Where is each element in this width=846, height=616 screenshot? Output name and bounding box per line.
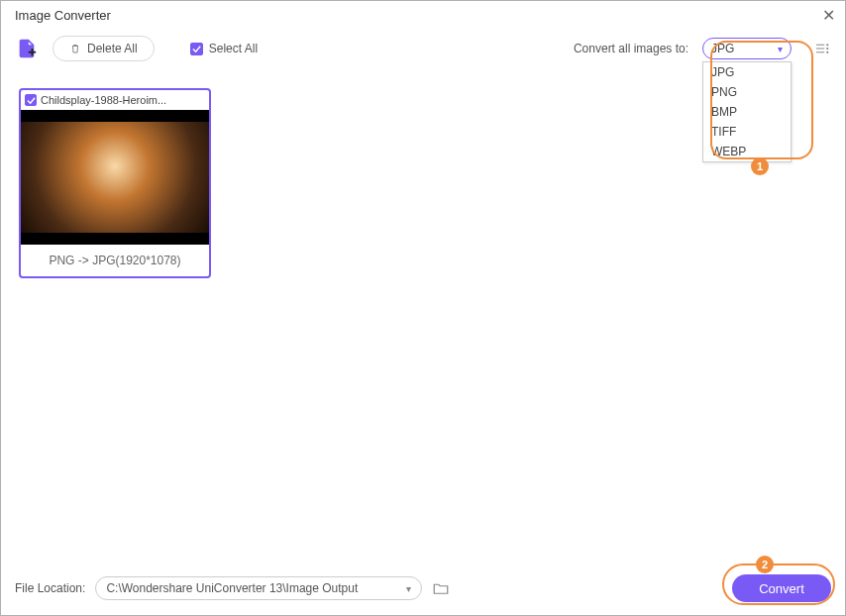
trash-icon (69, 43, 81, 54)
close-icon[interactable]: ✕ (822, 6, 835, 25)
chevron-down-icon: ▾ (778, 44, 783, 54)
output-path-value: C:\Wondershare UniConverter 13\Image Out… (106, 581, 358, 595)
format-dropdown: JPGPNGBMPTIFFWEBP (702, 61, 792, 162)
format-option-bmp[interactable]: BMP (703, 102, 791, 122)
svg-rect-1 (32, 49, 34, 55)
format-option-png[interactable]: PNG (703, 82, 791, 102)
window-title: Image Converter (15, 8, 111, 23)
image-thumbnail[interactable]: Childsplay-1988-Heroim... PNG -> JPG(192… (19, 88, 211, 278)
select-all-label: Select All (209, 42, 258, 55)
chevron-down-icon: ▾ (406, 583, 411, 594)
delete-all-label: Delete All (87, 42, 138, 55)
format-selected-value: JPG (711, 42, 734, 55)
thumbnail-preview (21, 110, 209, 245)
checkbox-checked-icon (25, 94, 37, 106)
convert-button[interactable]: Convert (732, 574, 831, 602)
checkbox-checked-icon (190, 43, 203, 55)
annotation-badge-1: 1 (751, 157, 769, 175)
convert-to-label: Convert all images to: (574, 42, 688, 55)
file-location-label: File Location: (15, 581, 85, 595)
settings-icon[interactable] (813, 40, 831, 57)
output-path-select[interactable]: C:\Wondershare UniConverter 13\Image Out… (95, 576, 422, 600)
thumbnail-filename: Childsplay-1988-Heroim... (41, 94, 166, 106)
select-all-checkbox[interactable]: Select All (190, 42, 258, 55)
thumbnail-format-info: PNG -> JPG(1920*1078) (21, 245, 209, 276)
svg-point-2 (826, 44, 828, 46)
format-select[interactable]: JPG ▾ (702, 38, 792, 59)
delete-all-button[interactable]: Delete All (53, 36, 155, 61)
open-folder-icon[interactable] (432, 579, 450, 597)
svg-point-4 (826, 51, 828, 53)
add-file-icon[interactable] (15, 37, 39, 60)
format-option-tiff[interactable]: TIFF (703, 122, 791, 142)
svg-point-3 (826, 48, 828, 50)
format-option-webp[interactable]: WEBP (703, 142, 791, 161)
format-option-jpg[interactable]: JPG (703, 62, 791, 82)
